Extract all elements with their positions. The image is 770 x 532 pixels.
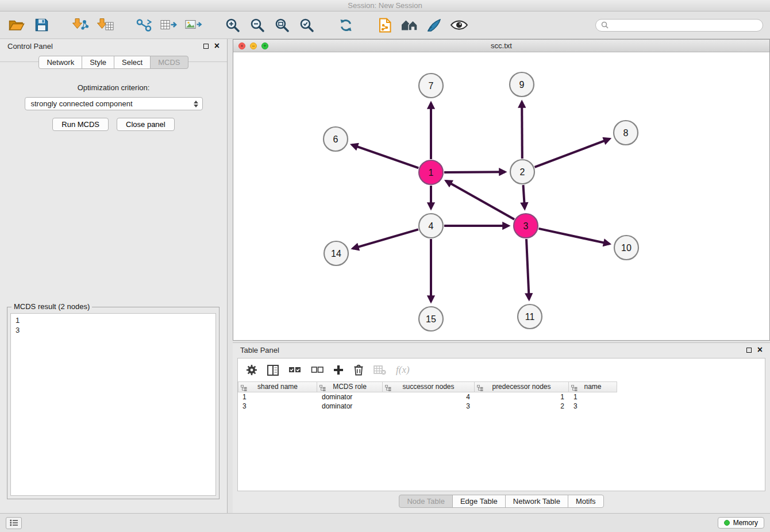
node-label: 15 — [426, 314, 436, 324]
column-header-predecessor-nodes[interactable]: predecessor nodes — [475, 381, 569, 392]
show-column-panel-button[interactable] — [267, 365, 279, 376]
select-all-columns-button[interactable] — [288, 366, 301, 374]
graph-node-1[interactable]: 1 — [419, 160, 443, 184]
status-bar: Memory — [0, 513, 770, 532]
table-panel-title: Table Panel — [240, 346, 279, 354]
welcome-screen-button[interactable] — [400, 16, 419, 35]
column-tree-icon — [571, 384, 578, 394]
save-session-button[interactable] — [32, 16, 51, 35]
zoom-fit-button[interactable] — [272, 16, 292, 35]
search-icon — [601, 21, 609, 29]
close-table-panel-icon[interactable]: × — [757, 346, 763, 353]
column-header-name[interactable]: name — [569, 381, 617, 392]
graph-edge-2-9[interactable] — [522, 102, 522, 159]
float-table-panel-icon[interactable] — [746, 348, 752, 353]
search-box[interactable] — [595, 19, 763, 32]
delete-table-button[interactable] — [374, 365, 386, 375]
table-header-row: shared nameMCDS rolesuccessor nodesprede… — [238, 381, 765, 392]
import-network-file-button[interactable] — [71, 16, 90, 35]
column-header-successor-nodes[interactable]: successor nodes — [383, 381, 475, 392]
graph-edge-4-14[interactable] — [353, 229, 418, 248]
graph-node-2[interactable]: 2 — [510, 160, 534, 184]
zoom-window-icon[interactable]: + — [261, 43, 268, 49]
unselect-all-icon — [311, 366, 324, 374]
apply-layout-button[interactable] — [336, 16, 356, 35]
graph-node-15[interactable]: 15 — [419, 307, 443, 331]
graph-node-9[interactable]: 9 — [510, 72, 534, 97]
unselect-all-columns-button[interactable] — [311, 366, 324, 374]
column-header-MCDS-role[interactable]: MCDS role — [317, 381, 383, 392]
memory-button[interactable]: Memory — [718, 517, 764, 529]
show-graphics-details-button[interactable] — [449, 16, 469, 35]
graph-edge-2-3[interactable] — [523, 185, 525, 209]
criterion-dropdown[interactable]: strongly connected component — [25, 97, 203, 110]
table-settings-button[interactable] — [246, 364, 257, 376]
network-file-button[interactable] — [375, 16, 395, 35]
select-all-icon — [288, 366, 301, 374]
open-session-button[interactable] — [7, 16, 26, 35]
graph-edge-1-6[interactable] — [352, 145, 418, 168]
export-table-icon — [160, 18, 178, 32]
tab-network[interactable]: Network — [38, 56, 82, 69]
memory-label: Memory — [733, 519, 758, 527]
graph-edge-3-1[interactable] — [446, 181, 514, 219]
network-canvas[interactable]: 7968124314101511 — [233, 52, 769, 340]
tab-style[interactable]: Style — [82, 56, 114, 69]
graph-node-11[interactable]: 11 — [518, 304, 542, 329]
table-cell: 4 — [383, 392, 475, 402]
graph-edge-2-8[interactable] — [535, 139, 610, 167]
column-header-shared-name[interactable]: shared name — [238, 381, 317, 392]
open-folder-icon — [9, 18, 25, 32]
zoom-in-button[interactable] — [223, 16, 242, 35]
graph-node-8[interactable]: 8 — [614, 121, 638, 145]
zoom-out-button[interactable] — [248, 16, 267, 35]
close-window-icon[interactable]: × — [238, 43, 245, 49]
delete-columns-button[interactable] — [353, 364, 364, 376]
float-panel-icon[interactable] — [203, 44, 209, 49]
column-tree-icon — [385, 384, 391, 394]
table-row[interactable]: 1dominator411 — [238, 392, 765, 402]
task-history-button[interactable] — [6, 517, 22, 529]
close-panel-icon[interactable]: × — [214, 43, 220, 49]
window-title: Session: New Session — [348, 1, 422, 10]
tab-motifs[interactable]: Motifs — [568, 495, 604, 508]
table-cell: dominator — [317, 402, 383, 411]
network-window-titlebar[interactable]: × − + scc.txt — [233, 40, 769, 52]
graph-edge-1-2[interactable] — [444, 172, 505, 172]
zoom-selected-button[interactable] — [297, 16, 317, 35]
graph-node-4[interactable]: 4 — [419, 214, 443, 238]
graph-node-7[interactable]: 7 — [419, 74, 443, 98]
mcds-result-list[interactable]: 13 — [10, 313, 216, 496]
graph-node-3[interactable]: 3 — [514, 214, 538, 238]
column-tree-icon — [319, 384, 326, 394]
run-mcds-button[interactable]: Run MCDS — [52, 118, 109, 131]
tab-select[interactable]: Select — [114, 56, 151, 69]
tab-mcds[interactable]: MCDS — [150, 56, 188, 69]
close-mcds-panel-button[interactable]: Close panel — [117, 118, 175, 131]
minimize-window-icon[interactable]: − — [250, 43, 257, 49]
control-panel: Control Panel × Network Style Select MCD… — [0, 39, 228, 513]
new-network-from-selection-button[interactable] — [134, 16, 154, 35]
tab-node-table[interactable]: Node Table — [399, 495, 453, 508]
column-label: predecessor nodes — [492, 383, 550, 391]
graph-edge-3-10[interactable] — [539, 229, 610, 244]
graph-edge-3-11[interactable] — [526, 239, 529, 299]
table-row[interactable]: 3dominator323 — [238, 402, 765, 411]
graph-node-14[interactable]: 14 — [324, 241, 348, 265]
node-label: 2 — [520, 167, 525, 177]
table-cell: 1 — [475, 392, 569, 402]
function-builder-button[interactable]: f(x) — [396, 364, 410, 376]
create-column-button[interactable] — [333, 365, 344, 375]
import-table-icon — [97, 18, 114, 32]
dropdown-arrows-icon — [194, 101, 200, 107]
graph-node-10[interactable]: 10 — [614, 236, 638, 260]
trash-icon — [353, 364, 364, 376]
export-image-button[interactable] — [184, 16, 203, 35]
import-table-file-button[interactable] — [95, 16, 115, 35]
apply-style-button[interactable] — [425, 16, 444, 35]
tab-edge-table[interactable]: Edge Table — [452, 495, 506, 508]
graph-node-6[interactable]: 6 — [324, 127, 348, 151]
export-table-button[interactable] — [159, 16, 179, 35]
search-input[interactable] — [611, 21, 757, 29]
tab-network-table[interactable]: Network Table — [505, 495, 568, 508]
